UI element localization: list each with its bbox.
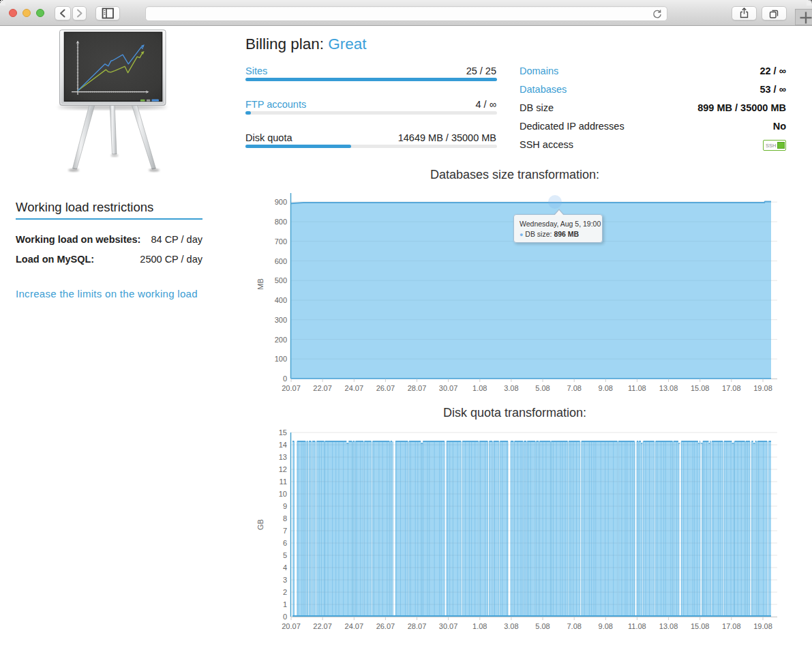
svg-text:11: 11 [280, 478, 287, 486]
svg-text:7.08: 7.08 [567, 622, 581, 630]
svg-text:3.08: 3.08 [504, 622, 518, 630]
svg-text:14: 14 [279, 441, 287, 449]
svg-text:15: 15 [279, 428, 287, 437]
svg-text:10: 10 [279, 490, 287, 498]
svg-text:24.07: 24.07 [345, 384, 364, 392]
svg-text:100: 100 [275, 355, 287, 363]
svg-text:7: 7 [283, 527, 287, 535]
svg-text:17.08: 17.08 [722, 384, 741, 392]
svg-text:0: 0 [283, 613, 287, 621]
svg-text:15.08: 15.08 [691, 384, 710, 392]
svg-text:13.08: 13.08 [659, 622, 678, 630]
svg-text:6: 6 [283, 539, 287, 547]
svg-text:Databases size transformation:: Databases size transformation: [430, 168, 599, 181]
svg-text:9.08: 9.08 [599, 384, 613, 392]
svg-text:17.08: 17.08 [722, 622, 741, 630]
svg-text:MB: MB [256, 278, 265, 290]
svg-text:28.07: 28.07 [408, 384, 427, 392]
svg-text:600: 600 [275, 257, 287, 265]
svg-text:1.08: 1.08 [472, 384, 487, 392]
svg-text:3: 3 [283, 576, 287, 584]
svg-text:2: 2 [283, 588, 287, 596]
svg-text:1: 1 [283, 600, 287, 608]
svg-text:900: 900 [275, 198, 287, 206]
svg-text:8: 8 [283, 514, 287, 523]
svg-text:19.08: 19.08 [753, 384, 772, 392]
svg-text:300: 300 [275, 316, 287, 324]
svg-text:4: 4 [283, 563, 287, 572]
svg-text:9.08: 9.08 [599, 622, 613, 630]
svg-text:500: 500 [275, 276, 287, 284]
svg-text:13.08: 13.08 [659, 384, 678, 392]
svg-text:24.07: 24.07 [345, 622, 364, 630]
svg-text:5.08: 5.08 [535, 622, 550, 630]
svg-text:20.07: 20.07 [282, 384, 301, 392]
svg-text:5.08: 5.08 [535, 384, 550, 392]
svg-text:400: 400 [275, 296, 287, 304]
svg-text:22.07: 22.07 [313, 622, 332, 630]
svg-text:11.08: 11.08 [628, 622, 646, 630]
svg-text:9: 9 [283, 502, 287, 510]
svg-text:5: 5 [283, 551, 287, 559]
svg-text:15.08: 15.08 [691, 622, 710, 630]
svg-text:Disk quota transformation:: Disk quota transformation: [443, 406, 586, 420]
svg-text:11.08: 11.08 [628, 384, 646, 392]
svg-text:28.07: 28.07 [408, 622, 427, 630]
svg-text:13: 13 [279, 453, 287, 461]
svg-text:12: 12 [279, 465, 287, 473]
svg-text:7.08: 7.08 [567, 384, 581, 392]
svg-text:26.07: 26.07 [376, 622, 395, 630]
svg-text:1.08: 1.08 [472, 622, 487, 630]
svg-text:GB: GB [256, 519, 265, 530]
svg-text:700: 700 [275, 237, 287, 246]
svg-text:30.07: 30.07 [439, 622, 458, 630]
svg-text:800: 800 [275, 218, 287, 226]
svg-text:3.08: 3.08 [504, 384, 518, 392]
svg-text:19.08: 19.08 [753, 622, 772, 630]
svg-text:20.07: 20.07 [282, 622, 301, 630]
svg-text:30.07: 30.07 [439, 384, 458, 392]
svg-text:200: 200 [275, 336, 287, 344]
svg-text:22.07: 22.07 [313, 384, 332, 392]
svg-text:0: 0 [283, 375, 287, 383]
svg-text:26.07: 26.07 [376, 384, 395, 392]
